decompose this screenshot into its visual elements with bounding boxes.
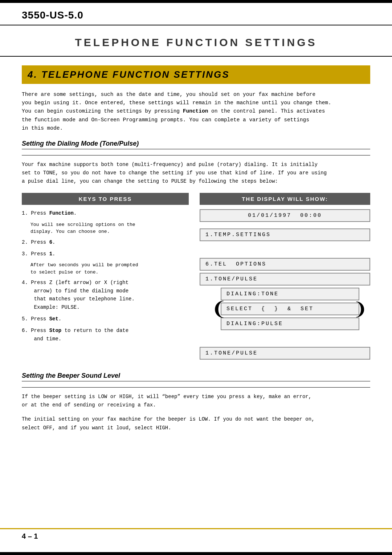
section2-body1: If the beeper setting is LOW or HIGH, it…: [22, 393, 370, 409]
section2-body2: The initial setting on your fax machine …: [22, 415, 370, 432]
step-4: 4. Press Z (left arrow) or X (right arro…: [22, 279, 189, 311]
top-border: [0, 0, 392, 3]
display-column: THE DISPLAY WILL SHOW: 01/01/1997 00:00 …: [196, 193, 370, 362]
section1-body: Your fax machine supports both tone (mul…: [22, 161, 370, 186]
intro-paragraph: There are some settings, such as the dat…: [22, 90, 370, 133]
step-1: 1. Press Function.: [22, 209, 189, 217]
page-title: TELEPHONE FUNCTION SETTINGS: [22, 30, 370, 52]
section2-subtitle-wrapper: Setting the Beeper Sound Level: [22, 372, 370, 388]
step-3-sub: After two seconds you will be promptedto…: [30, 262, 189, 276]
curly-group: ❨ DIALING:TONE SELECT { } & SET DIALING:…: [211, 288, 359, 330]
display-datetime: 01/01/1997 00:00: [200, 209, 370, 222]
section2-wrapper: Setting the Beeper Sound Level If the be…: [22, 372, 370, 432]
content-area: 4. TELEPHONE FUNCTION SETTINGS There are…: [0, 65, 392, 449]
display-tone-pulse-1: 1.TONE/PULSE: [200, 273, 370, 285]
display-dialing-pulse: DIALING:PULSE: [221, 317, 359, 330]
chapter-title: 4. TELEPHONE FUNCTION SETTINGS: [28, 69, 230, 80]
section1-subtitle: Setting the Dialing Mode (Tone/Pulse): [22, 140, 370, 149]
page-number: 4 – 1: [22, 532, 38, 540]
page: 3550-US-5.0 TELEPHONE FUNCTION SETTINGS …: [0, 0, 392, 555]
display-tel-options: 6.TEL OPTIONS: [200, 258, 370, 271]
display-temp-settings: 1.TEMP.SETTINGS: [200, 228, 370, 241]
step-6: 6. Press Stop to return to the date and …: [22, 327, 189, 343]
keys-header: KEYS TO PRESS: [22, 193, 189, 205]
footer: 4 – 1: [0, 528, 392, 540]
bottom-border: [0, 552, 392, 555]
instruction-table: KEYS TO PRESS 1. Press Function. You wil…: [22, 193, 370, 362]
header: 3550-US-5.0: [0, 3, 392, 25]
step-1-sub: You will see scrolling options on thedis…: [30, 221, 189, 235]
section2-subtitle: Setting the Beeper Sound Level: [22, 372, 370, 381]
doc-number: 3550-US-5.0: [22, 9, 370, 21]
display-dialing-tone: DIALING:TONE: [221, 288, 359, 300]
keys-column: KEYS TO PRESS 1. Press Function. You wil…: [22, 193, 196, 362]
chapter-title-bar: 4. TELEPHONE FUNCTION SETTINGS: [22, 65, 370, 84]
left-brace-icon: ❨: [211, 300, 227, 319]
section1-subtitle-wrapper: Setting the Dialing Mode (Tone/Pulse): [22, 140, 370, 155]
display-bracket-group: ❨ DIALING:TONE SELECT { } & SET DIALING:…: [211, 288, 359, 330]
bold-function: Function: [183, 108, 208, 114]
step-5: 5. Press Set.: [22, 315, 189, 323]
display-header: THE DISPLAY WILL SHOW:: [200, 193, 370, 205]
step-3: 3. Press 1.: [22, 250, 189, 258]
display-tone-pulse-2: 1.TONE/PULSE: [200, 347, 370, 360]
right-brace-icon: ❩: [353, 300, 367, 318]
step-2: 2. Press 6.: [22, 238, 189, 246]
display-select: SELECT { } & SET: [221, 303, 359, 315]
